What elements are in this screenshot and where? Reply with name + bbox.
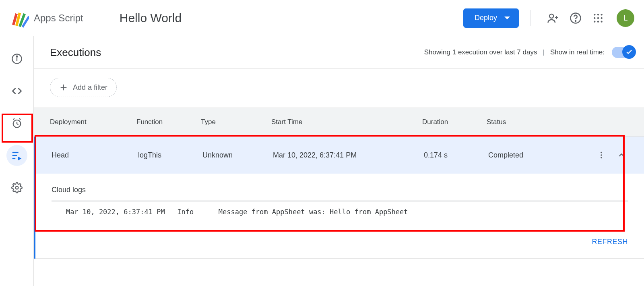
share-button[interactable] [543, 8, 563, 28]
cell-deployment: Head [52, 151, 138, 160]
page-title: Executions [50, 46, 101, 59]
left-rail [0, 36, 34, 286]
refresh-button[interactable]: REFRESH [592, 238, 628, 246]
svg-point-5 [601, 14, 603, 15]
svg-point-10 [597, 21, 599, 22]
avatar-initial: L [623, 13, 627, 23]
apps-launcher-button[interactable] [588, 8, 608, 28]
cell-function: logThis [138, 151, 202, 160]
rail-overview-button[interactable] [6, 48, 27, 69]
log-entry: Mar 10, 2022, 6:37:41 PM Info Message fr… [52, 208, 628, 224]
rail-settings-button[interactable] [6, 177, 27, 198]
cell-status: Completed [488, 151, 580, 160]
refresh-row: REFRESH [34, 228, 644, 258]
rail-editor-button[interactable] [6, 81, 27, 102]
row-collapse-button[interactable] [615, 149, 628, 162]
svg-point-3 [594, 14, 595, 15]
brand-block: Apps Script [10, 8, 83, 28]
svg-point-2 [575, 20, 576, 21]
table-row[interactable]: Head logThis Unknown Mar 10, 2022, 6:37:… [34, 137, 644, 174]
cell-start: Mar 10, 2022, 6:37:41 PM [273, 151, 424, 160]
plus-icon [59, 83, 68, 92]
filter-row: Add a filter [50, 69, 635, 108]
table-header: Deployment Function Type Start Time Dura… [34, 108, 644, 137]
info-icon [11, 53, 23, 64]
cloud-logs-title: Cloud logs [52, 186, 628, 194]
realtime-toggle[interactable] [612, 47, 635, 58]
svg-point-4 [597, 14, 599, 15]
col-deployment[interactable]: Deployment [50, 118, 136, 126]
rail-triggers-button[interactable] [6, 113, 27, 134]
svg-point-6 [594, 17, 595, 19]
title-row: Executions Showing 1 execution over last… [50, 36, 635, 68]
chevron-up-icon [617, 151, 626, 160]
svg-point-25 [601, 157, 602, 159]
rail-executions-button[interactable] [6, 145, 27, 166]
header-divider [530, 10, 530, 26]
col-start[interactable]: Start Time [271, 118, 422, 126]
apps-grid-icon [593, 13, 603, 23]
svg-point-0 [549, 14, 553, 18]
add-filter-chip[interactable]: Add a filter [50, 78, 117, 97]
svg-point-20 [15, 187, 18, 189]
alarm-clock-icon [11, 118, 23, 129]
deploy-button-label: Deploy [475, 14, 497, 22]
svg-point-24 [601, 154, 602, 156]
project-title[interactable]: Hello World [120, 11, 182, 25]
cloud-logs-panel: Cloud logs Mar 10, 2022, 6:37:41 PM Info… [34, 174, 644, 228]
check-icon [625, 48, 633, 56]
bottom-divider [34, 258, 644, 259]
svg-point-9 [594, 21, 595, 22]
more-vert-icon [597, 151, 606, 160]
svg-marker-19 [18, 157, 21, 161]
col-duration[interactable]: Duration [422, 118, 487, 126]
svg-point-7 [597, 17, 599, 19]
executions-icon [11, 149, 23, 162]
logs-divider [52, 201, 628, 201]
add-filter-label: Add a filter [73, 83, 107, 92]
svg-point-11 [601, 21, 603, 22]
gear-icon [11, 182, 23, 193]
main-content: Executions Showing 1 execution over last… [34, 36, 644, 286]
summary-divider: | [543, 48, 544, 56]
realtime-label: Show in real time: [550, 48, 605, 56]
help-icon [570, 12, 582, 24]
deploy-button[interactable]: Deploy [463, 8, 519, 28]
account-avatar[interactable]: L [617, 9, 634, 27]
svg-point-8 [601, 17, 603, 19]
brand-name: Apps Script [34, 12, 83, 24]
chevron-down-icon [504, 17, 510, 19]
svg-point-14 [16, 56, 17, 57]
executions-summary: Showing 1 execution over last 7 days [424, 48, 537, 56]
apps-script-logo-icon [10, 8, 29, 28]
svg-point-23 [601, 152, 602, 153]
col-type[interactable]: Type [201, 118, 271, 126]
toggle-knob [622, 45, 636, 59]
person-add-icon [547, 12, 559, 24]
cell-type: Unknown [202, 151, 273, 160]
code-icon [11, 85, 23, 97]
col-status[interactable]: Status [487, 118, 580, 126]
app-header: Apps Script Hello World Deploy L [0, 0, 644, 36]
cell-duration: 0.174 s [424, 151, 488, 160]
col-function[interactable]: Function [136, 118, 201, 126]
help-button[interactable] [566, 8, 585, 28]
row-more-button[interactable] [595, 149, 608, 162]
